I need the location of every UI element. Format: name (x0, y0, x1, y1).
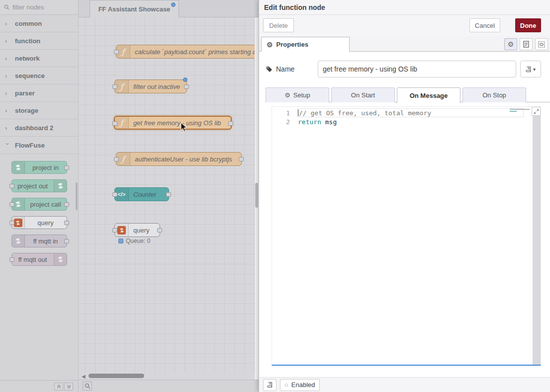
status-dot-icon (118, 238, 123, 243)
search-flows-button[interactable] (83, 382, 92, 391)
edit-tray: Edit function node Delete Cancel Done ⚙ … (259, 0, 550, 392)
palette-category-storage[interactable]: ›storage (0, 102, 78, 119)
palette-node-ff-mqtt-out[interactable]: ff mqtt out (11, 253, 67, 266)
palette-node-label: project out (12, 182, 54, 190)
chevron-right-icon: › (5, 107, 10, 114)
library-button[interactable]: ▾ (520, 61, 541, 78)
done-button[interactable]: Done (515, 18, 541, 32)
tab-on-stop[interactable]: On Stop (462, 87, 526, 102)
input-port[interactable] (114, 157, 119, 161)
book-icon (526, 66, 532, 73)
tab-properties[interactable]: ⚙ Properties (261, 37, 350, 52)
palette-node-project-in[interactable]: project in (11, 161, 67, 174)
input-port[interactable] (9, 221, 14, 225)
tab-on-start[interactable]: On Start (331, 87, 395, 102)
node-status: Queue: 0 (118, 237, 150, 244)
node-label: calculate `payload.count` primes startin… (130, 48, 259, 56)
output-port[interactable] (64, 202, 69, 207)
cancel-button[interactable]: Cancel (469, 18, 500, 32)
flow-node-query[interactable]: query (114, 223, 160, 237)
flow-tab[interactable]: FF Assistant Showcase (90, 0, 179, 17)
input-port[interactable] (9, 184, 14, 188)
collapse-categories-button[interactable] (54, 383, 63, 391)
palette-category-network[interactable]: ›network (0, 50, 78, 67)
palette-category-parser[interactable]: ›parser (0, 84, 78, 102)
output-port[interactable] (64, 221, 69, 225)
palette-node-project-call[interactable]: project call (11, 198, 67, 211)
output-port[interactable] (64, 165, 69, 170)
scroll-left-arrow-icon[interactable]: ◀ (82, 374, 86, 379)
canvas-horizontal-scrollbar[interactable]: ◀ (79, 373, 259, 380)
flow-canvas[interactable]: ƒ calculate `payload.count` primes start… (79, 17, 259, 373)
appearance-section-button[interactable] (535, 38, 548, 50)
palette-category-function[interactable]: ›function (0, 32, 78, 50)
hscroll-thumb[interactable] (89, 374, 144, 378)
palette-footer (0, 380, 78, 392)
palette-node-query[interactable]: query (11, 216, 67, 229)
output-port[interactable] (166, 192, 171, 197)
enabled-state-icon: ○ (284, 381, 288, 389)
input-port[interactable] (9, 257, 14, 262)
input-port[interactable] (112, 192, 117, 197)
chevron-right-icon: › (5, 89, 10, 97)
tray-tabs-row: ⚙ Properties ⚙ (259, 36, 550, 52)
input-port[interactable] (112, 84, 117, 89)
flow-node-authenticate-user[interactable]: ƒ authenticateUser - use lib bcryptjs (116, 152, 242, 166)
expand-categories-button[interactable] (64, 383, 73, 391)
properties-section-button[interactable]: ⚙ (504, 38, 517, 50)
code-line-1: 1 // get OS free, used, total memory (272, 109, 541, 118)
library-export-button[interactable] (263, 379, 276, 391)
output-port[interactable] (239, 157, 244, 161)
tab-on-message[interactable]: On Message (397, 87, 460, 103)
palette-node-ff-mqtt-in[interactable]: ff mqtt in (11, 235, 67, 247)
output-port[interactable] (157, 228, 162, 233)
flowfuse-icon (12, 235, 25, 247)
tray-title: Edit function node (264, 3, 325, 11)
canvas-vertical-scrollbar[interactable] (255, 17, 259, 380)
code-editor[interactable]: 1 // get OS free, used, total memory 2 r… (272, 106, 541, 366)
flow-node-get-free-memory[interactable]: ƒ get free memory - using OS lib (114, 116, 232, 130)
output-port[interactable] (64, 239, 69, 243)
output-port[interactable] (184, 84, 189, 89)
name-row: Name ▾ (259, 52, 550, 78)
flow-node-calculate-primes[interactable]: ƒ calculate `payload.count` primes start… (116, 45, 259, 59)
flowfuse-icon (54, 180, 67, 192)
flowfuse-icon (54, 253, 67, 265)
input-port[interactable] (9, 202, 14, 207)
palette-category-dashboard2[interactable]: ›dashboard 2 (0, 119, 78, 137)
workspace: FF Assistant Showcase ƒ calculate `paylo… (79, 0, 259, 392)
category-label: function (15, 37, 40, 45)
palette-filter-placeholder: filter nodes (12, 3, 44, 11)
delete-button[interactable]: Delete (263, 18, 294, 32)
unsaved-changes-dot (171, 2, 176, 7)
output-port[interactable] (228, 121, 233, 126)
editor-scrollbar[interactable] (533, 107, 541, 365)
input-port[interactable] (112, 121, 117, 126)
vscroll-thumb[interactable] (255, 183, 258, 208)
magnifier-icon (85, 383, 91, 389)
book-icon (267, 382, 273, 388)
flow-node-filter-out-inactive[interactable]: ƒ filter out inactive (114, 79, 187, 93)
palette-filter[interactable]: filter nodes (0, 0, 78, 15)
flow-node-counter[interactable]: </> Counter (114, 187, 169, 201)
chevron-right-icon: › (5, 124, 10, 132)
enabled-toggle-button[interactable]: ○ Enabled (280, 379, 320, 391)
palette-category-common[interactable]: ›common (0, 15, 78, 32)
expand-editor-button[interactable] (532, 107, 541, 116)
palette-category-sequence[interactable]: ›sequence (0, 67, 78, 84)
input-port[interactable] (114, 50, 119, 54)
node-label: get free memory - using OS lib (129, 119, 226, 127)
node-palette: filter nodes ›common ›function ›network … (0, 0, 79, 392)
name-input[interactable] (318, 61, 516, 78)
palette-node-project-out[interactable]: project out (11, 179, 67, 192)
palette-scrollbar[interactable] (76, 182, 78, 210)
tab-setup[interactable]: ⚙ Setup (266, 87, 329, 102)
description-section-button[interactable] (520, 38, 533, 50)
category-label: parser (15, 89, 35, 97)
input-port[interactable] (112, 228, 117, 233)
gear-icon: ⚙ (508, 40, 514, 48)
mouse-cursor (181, 122, 188, 132)
workspace-tabbar: FF Assistant Showcase (79, 0, 259, 17)
palette-category-flowfuse[interactable]: ›FlowFuse (0, 137, 78, 154)
category-label: storage (15, 107, 38, 114)
